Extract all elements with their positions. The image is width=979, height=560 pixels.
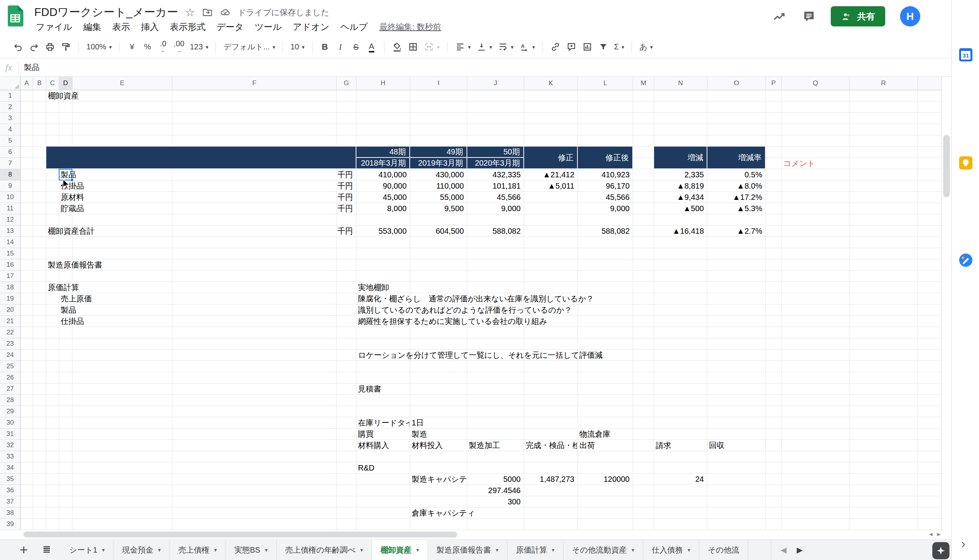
cell-J32[interactable]: 製造加工 [469,440,500,451]
row-header-25[interactable]: 25 [0,361,21,372]
column-header-P[interactable]: P [766,77,782,90]
cell-J35[interactable]: 5000 [467,474,521,485]
formula-input[interactable]: 製品 [24,62,40,73]
redo-icon[interactable] [26,38,42,56]
cell-H30[interactable]: 在庫リードタイム [358,417,409,429]
cell-I7[interactable]: 2019年3月期 [410,158,467,168]
column-header-O[interactable]: O [707,77,766,90]
row-header-32[interactable]: 32 [0,440,21,451]
cell-G9[interactable]: 千円 [337,180,353,192]
column-header-M[interactable]: M [633,77,654,90]
cell-O11[interactable]: ▲5.3% [707,203,762,214]
format-currency-button[interactable]: ¥ [124,38,140,56]
row-header-38[interactable]: 38 [0,508,21,519]
decrease-decimal-button[interactable]: .0← [155,38,171,56]
cell-J8[interactable]: 432,335 [467,169,521,180]
row-header-20[interactable]: 20 [0,304,21,316]
cell-H21[interactable]: 網羅性を担保するために実施している会社の取り組み [358,316,547,327]
cell-G10[interactable]: 千円 [337,192,353,203]
cell-J11[interactable]: 9,000 [467,203,521,214]
sheet-tab-原価計算[interactable]: 原価計算▾ [507,540,563,560]
row-header-14[interactable]: 14 [0,237,21,248]
row-header-22[interactable]: 22 [0,327,21,338]
row-header-17[interactable]: 17 [0,271,21,282]
menu-5[interactable]: データ [211,19,249,35]
cell-N9[interactable]: ▲8,819 [654,180,704,192]
cell-I13[interactable]: 604,500 [410,226,464,237]
sheet-tab-仕入債務[interactable]: 仕入債務▾ [643,540,699,560]
vertical-scrollbar[interactable] [942,77,951,530]
row-header-23[interactable]: 23 [0,338,21,350]
row-header-18[interactable]: 18 [0,282,21,293]
cell-K35[interactable]: 1,487,273 [524,474,574,485]
cell-O8[interactable]: 0.5% [707,169,762,180]
sheet-tab-現金預金[interactable]: 現金預金▾ [114,540,170,560]
row-header-8[interactable]: 8 [0,169,21,180]
cell-L35[interactable]: 120000 [578,474,630,485]
cell-J9[interactable]: 101,181 [467,180,521,192]
column-header-K[interactable]: K [524,77,578,90]
insert-chart-icon[interactable] [579,38,595,56]
input-method-button[interactable]: あ▾ [637,38,656,56]
cell-C6[interactable] [46,147,356,168]
strikethrough-button[interactable]: S [348,38,364,56]
row-header-15[interactable]: 15 [0,248,21,259]
calendar-icon[interactable]: 31 [958,47,974,63]
cell-D20[interactable]: 製品 [61,304,76,316]
cell-I38[interactable]: 倉庫キャパシティ [412,508,475,519]
tasks-icon[interactable] [958,252,974,268]
column-header-E[interactable]: E [72,77,172,90]
sheet-tab-シート1[interactable]: シート1▾ [61,540,114,560]
horizontal-scrollbar[interactable] [0,530,951,539]
column-header-N[interactable]: N [654,77,707,90]
cell-N35[interactable]: 24 [654,474,704,485]
explore-button[interactable] [932,542,949,559]
cell-L6[interactable]: 修正後 [578,147,632,168]
comment-history-icon[interactable] [802,9,816,23]
zoom-select[interactable]: 100%▾ [84,38,114,56]
row-header-31[interactable]: 31 [0,429,21,440]
column-header-I[interactable]: I [410,77,467,90]
cell-N6[interactable]: 増減 [654,147,707,168]
row-header-5[interactable]: 5 [0,135,21,147]
row-header-16[interactable]: 16 [0,259,21,271]
cell-D11[interactable]: 貯蔵品 [61,203,84,214]
share-button[interactable]: 共有 [831,6,885,26]
increase-decimal-button[interactable]: .00→ [171,38,187,56]
row-header-26[interactable]: 26 [0,372,21,383]
cell-H19[interactable]: 陳腐化・棚ざらし 通常の評価が出来ない在庫を識別しているか？ [358,293,594,304]
sheet-tab-棚卸資産[interactable]: 棚卸資産▾ [372,540,428,560]
cell-C16[interactable]: 製造原価報告書 [48,259,102,271]
row-header-19[interactable]: 19 [0,293,21,304]
column-header-B[interactable]: B [33,77,46,90]
row-header-12[interactable]: 12 [0,214,21,226]
cell-Q7[interactable]: コメント [783,158,815,169]
sheet-tab-その他流[interactable]: その他流 [699,540,748,560]
cell-H9[interactable]: 90,000 [356,180,407,192]
menu-2[interactable]: 表示 [107,19,135,35]
cell-L32[interactable]: 出荷 [579,440,595,451]
cell-I35[interactable]: 製造キャパシティ [412,474,467,485]
menu-4[interactable]: 表示形式 [164,19,211,35]
cell-O9[interactable]: ▲8.0% [707,180,762,192]
cell-J36[interactable]: 297.4546 [467,485,521,496]
cell-D19[interactable]: 売上原価 [61,293,92,304]
cell-O32[interactable]: 回収 [709,440,725,451]
row-header-6[interactable]: 6 [0,147,21,158]
cell-H10[interactable]: 45,000 [356,192,407,203]
fill-color-icon[interactable] [389,38,405,56]
cell-K32[interactable]: 完成・検品・検査 [526,440,577,451]
paint-format-icon[interactable] [58,38,74,56]
column-header-Q[interactable]: Q [782,77,849,90]
cell-K9[interactable]: ▲5,011 [524,180,574,192]
filter-icon[interactable] [595,38,611,56]
column-header-G[interactable]: G [337,77,356,90]
cell-J6[interactable]: 50期 [467,147,523,157]
insert-comment-icon[interactable] [563,38,579,56]
row-header-10[interactable]: 10 [0,192,21,203]
cell-L9[interactable]: 96,170 [578,180,630,192]
cell-N32[interactable]: 請求 [656,440,671,451]
cell-L13[interactable]: 588,082 [578,226,630,237]
vertical-align-icon[interactable]: ▾ [474,38,495,56]
column-header-F[interactable]: F [172,77,337,90]
